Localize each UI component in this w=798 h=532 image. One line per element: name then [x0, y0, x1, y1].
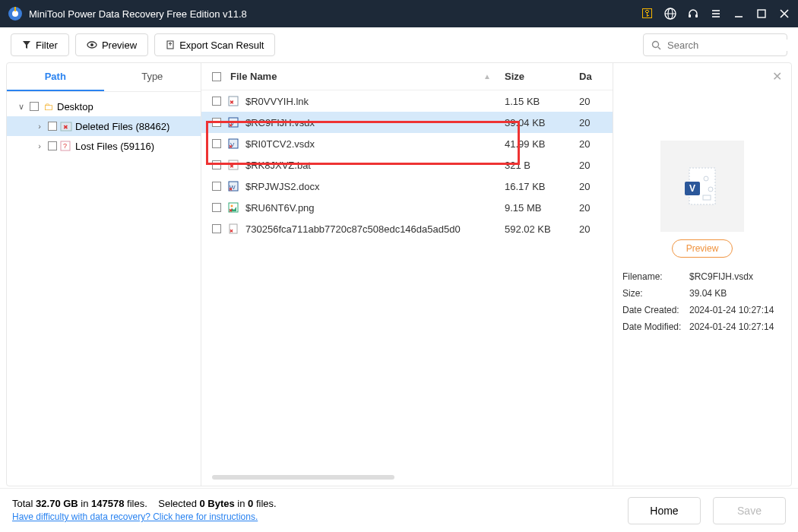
svg-text:✖: ✖ — [230, 229, 233, 233]
column-date[interactable]: Da — [579, 71, 602, 82]
meta-created-value: 2024-01-24 10:27:14 — [689, 305, 782, 315]
file-date: 20 — [579, 160, 602, 171]
checkbox[interactable] — [212, 203, 221, 212]
select-all-checkbox[interactable] — [212, 72, 221, 81]
headset-icon[interactable] — [687, 8, 699, 20]
tree-label: Deleted Files (88462) — [75, 121, 169, 132]
help-link[interactable]: Have difficulty with data recovery? Clic… — [12, 511, 258, 522]
chevron-right-icon[interactable]: › — [34, 122, 45, 131]
lost-folder-icon: ? — [60, 140, 72, 152]
file-name: 730256fca711abb7720c87c508edc146da5ad5d0 — [245, 223, 461, 235]
preview-button[interactable]: Preview — [75, 33, 148, 56]
file-name: $R0VVYIH.lnk — [245, 96, 309, 107]
tree-node-lost[interactable]: › ? Lost Files (59116) — [7, 136, 201, 156]
checkbox[interactable] — [30, 102, 39, 111]
toolbar: Filter Preview Export Scan Result — [0, 27, 798, 62]
footer: Total 32.70 GB in 147578 files. Selected… — [0, 488, 798, 532]
filter-button[interactable]: Filter — [11, 33, 69, 56]
file-size: 41.99 KB — [505, 138, 579, 150]
checkbox[interactable] — [212, 97, 221, 106]
column-size[interactable]: Size — [505, 71, 579, 82]
table-row[interactable]: ✖$RU6NT6V.png9.15 MB20 — [201, 197, 613, 218]
column-name[interactable]: File Name — [230, 71, 277, 82]
table-row[interactable]: ✖730256fca711abb7720c87c508edc146da5ad5d… — [201, 218, 613, 239]
search-input[interactable] — [643, 33, 787, 56]
file-size: 9.15 MB — [505, 202, 579, 214]
search-field[interactable] — [667, 40, 795, 51]
tab-path[interactable]: Path — [7, 63, 104, 91]
checkbox[interactable] — [212, 139, 221, 148]
checkbox[interactable] — [212, 160, 221, 169]
file-size: 16.17 KB — [505, 181, 579, 192]
meta-modified-value: 2024-01-24 10:27:14 — [689, 321, 782, 332]
chevron-right-icon[interactable]: › — [34, 141, 45, 150]
deleted-folder-icon: ✖ — [60, 120, 72, 132]
file-list-header: File Name ▲ Size Da — [201, 63, 613, 90]
checkbox[interactable] — [212, 182, 221, 191]
folder-icon: 🗀 — [42, 100, 54, 112]
preview-panel: ✕ V Preview Filename:$RC9FIJH.vsdx Size:… — [613, 63, 791, 486]
table-row[interactable]: ✖$R0VVYIH.lnk1.15 KB20 — [201, 90, 613, 112]
file-size: 39.04 KB — [505, 117, 579, 128]
file-type-icon: W✖ — [227, 180, 239, 192]
file-date: 20 — [579, 96, 602, 107]
status-text: Total 32.70 GB in 147578 files. Selected… — [12, 498, 277, 509]
app-logo-icon — [8, 6, 23, 21]
checkbox[interactable] — [48, 122, 57, 131]
key-icon[interactable]: ⚿ — [641, 8, 654, 20]
file-name: $RK8JXVZ.bat — [245, 160, 311, 171]
horizontal-scrollbar[interactable] — [212, 475, 602, 481]
eye-icon — [87, 40, 97, 49]
globe-icon[interactable] — [664, 8, 676, 20]
checkbox[interactable] — [48, 141, 57, 150]
svg-text:✖: ✖ — [230, 163, 234, 169]
menu-icon[interactable] — [710, 8, 722, 20]
svg-point-38 — [231, 205, 233, 207]
tab-type[interactable]: Type — [104, 63, 201, 91]
svg-text:✖: ✖ — [229, 208, 233, 213]
svg-point-1 — [12, 11, 18, 17]
save-button[interactable]: Save — [713, 497, 786, 524]
preview-file-button[interactable]: Preview — [672, 239, 733, 258]
file-size: 1.15 KB — [505, 96, 579, 107]
minimize-icon[interactable] — [733, 8, 745, 20]
meta-created-key: Date Created: — [622, 305, 689, 315]
file-name: $RI0TCV2.vsdx — [245, 138, 315, 150]
svg-text:?: ? — [63, 142, 67, 150]
titlebar: MiniTool Power Data Recovery Free Editio… — [0, 0, 798, 27]
svg-point-18 — [653, 41, 659, 47]
tree: ∨ 🗀 Desktop › ✖ Deleted Files (88462) › … — [7, 92, 201, 160]
funnel-icon — [22, 40, 31, 49]
home-button[interactable]: Home — [628, 497, 701, 524]
preview-label: Preview — [102, 40, 137, 51]
close-icon[interactable] — [778, 8, 790, 20]
table-row[interactable]: V✖$RI0TCV2.vsdx41.99 KB20 — [201, 133, 613, 154]
table-row[interactable]: W✖$RPJWJS2.docx16.17 KB20 — [201, 176, 613, 197]
file-name: $RU6NT6V.png — [245, 202, 315, 214]
tree-node-deleted[interactable]: › ✖ Deleted Files (88462) — [7, 116, 201, 136]
file-type-icon: V✖ — [227, 138, 239, 150]
file-date: 20 — [579, 202, 602, 214]
table-row[interactable]: ✖$RK8JXVZ.bat321 B20 — [201, 154, 613, 176]
checkbox[interactable] — [212, 224, 221, 233]
file-type-icon: ✖ — [227, 95, 239, 107]
svg-text:✖: ✖ — [230, 100, 234, 105]
tree-node-desktop[interactable]: ∨ 🗀 Desktop — [7, 97, 201, 116]
checkbox[interactable] — [212, 118, 221, 127]
maximize-icon[interactable] — [755, 8, 768, 20]
file-size: 592.02 KB — [505, 223, 579, 235]
tree-label: Lost Files (59116) — [75, 141, 154, 152]
meta-size-key: Size: — [622, 288, 689, 299]
table-row[interactable]: V✖$RC9FIJH.vsdx39.04 KB20 — [201, 112, 613, 133]
sidebar: Path Type ∨ 🗀 Desktop › ✖ Deleted Files … — [7, 63, 201, 486]
file-date: 20 — [579, 117, 602, 128]
filter-label: Filter — [36, 40, 58, 51]
export-button[interactable]: Export Scan Result — [154, 33, 275, 56]
file-date: 20 — [579, 138, 602, 150]
sort-indicator-icon[interactable]: ▲ — [483, 72, 491, 81]
close-preview-icon[interactable]: ✕ — [772, 69, 782, 84]
svg-point-16 — [90, 43, 93, 46]
meta-modified-key: Date Modified: — [622, 321, 689, 332]
chevron-down-icon[interactable]: ∨ — [16, 102, 27, 112]
file-type-icon: ✖ — [227, 201, 239, 214]
